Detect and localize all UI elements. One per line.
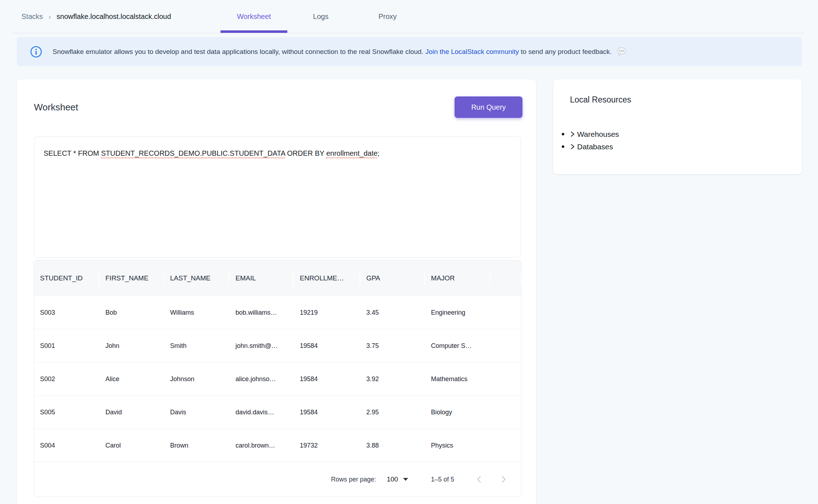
cell-last-name[interactable]: Davis — [164, 409, 229, 416]
cell-gpa[interactable]: 2.95 — [360, 409, 425, 416]
list-bullet — [562, 145, 564, 148]
cell-enrollment-date[interactable]: 19584 — [294, 342, 360, 350]
sql-text: ; — [377, 149, 380, 157]
sql-text: SELECT * FROM — [44, 149, 101, 157]
table-row: S005 David Davis david.davis… 19584 2.95… — [34, 396, 521, 429]
chevron-right-icon — [569, 131, 575, 138]
rows-per-page-select[interactable]: 100 — [387, 475, 408, 483]
info-banner: Snowflake emulator allows you to develop… — [17, 37, 802, 66]
tree-item-databases[interactable]: Databases — [562, 140, 619, 153]
chevron-left-icon — [475, 475, 484, 484]
rows-per-page-value: 100 — [387, 475, 398, 483]
cell-major[interactable]: Biology — [425, 409, 491, 416]
cell-first-name[interactable]: Alice — [99, 375, 164, 383]
breadcrumb-stack-name: snowflake.localhost.localstack.cloud — [56, 13, 171, 21]
top-navigation-bar: Stacks › snowflake.localhost.localstack.… — [0, 0, 818, 33]
previous-page-button[interactable] — [472, 472, 486, 486]
table-row: S003 Bob Williams bob.williams… 19219 3.… — [34, 296, 521, 329]
chevron-right-icon — [569, 143, 575, 150]
cell-major[interactable]: Engineering — [425, 309, 491, 316]
cell-major[interactable]: Mathematics — [425, 375, 491, 383]
cell-first-name[interactable]: Bob — [99, 309, 164, 316]
run-query-button[interactable]: Run Query — [455, 96, 522, 118]
cell-student-id[interactable]: S005 — [34, 409, 99, 416]
tab-proxy[interactable]: Proxy — [354, 0, 421, 33]
info-icon — [30, 46, 42, 58]
cell-email[interactable]: john.smith@… — [229, 342, 294, 350]
banner-text-before: Snowflake emulator allows you to develop… — [53, 48, 425, 56]
cell-gpa[interactable]: 3.88 — [360, 442, 425, 449]
resource-tree: Warehouses Databases — [562, 128, 619, 153]
tree-item-label: Databases — [577, 143, 613, 151]
banner-text-after: to send any product feedback. — [519, 48, 614, 56]
sql-text-table-name: STUDENT_RECORDS_DEMO.PUBLIC.STUDENT_DATA — [101, 149, 285, 157]
table-row: S001 John Smith john.smith@… 19584 3.75 … — [34, 329, 521, 363]
tree-item-label: Warehouses — [577, 130, 619, 139]
dropdown-caret-icon — [403, 478, 408, 481]
cell-enrollment-date[interactable]: 19584 — [294, 409, 360, 416]
cell-last-name[interactable]: Williams — [164, 309, 229, 316]
cell-major[interactable]: Computer S… — [425, 342, 491, 350]
cell-gpa[interactable]: 3.92 — [360, 375, 425, 383]
table-row: S002 Alice Johnson alice.johnso… 19584 3… — [34, 363, 521, 396]
cell-student-id[interactable]: S004 — [34, 442, 99, 449]
sql-text-order-column: enrollment_date — [326, 149, 377, 157]
breadcrumb-separator-icon: › — [49, 13, 51, 21]
cell-last-name[interactable]: Johnson — [164, 375, 229, 383]
list-bullet — [562, 133, 564, 135]
speech-balloon-icon[interactable] — [617, 47, 626, 56]
cell-enrollment-date[interactable]: 19584 — [294, 375, 360, 383]
cell-gpa[interactable]: 3.75 — [360, 342, 425, 350]
cell-gpa[interactable]: 3.45 — [360, 309, 425, 316]
cell-last-name[interactable]: Smith — [164, 342, 229, 350]
breadcrumb: Stacks › snowflake.localhost.localstack.… — [21, 0, 171, 33]
column-header-gpa[interactable]: GPA — [360, 260, 425, 296]
cell-first-name[interactable]: John — [99, 342, 164, 350]
column-header-enrollment-date[interactable]: ENROLLME… — [294, 260, 360, 296]
cell-enrollment-date[interactable]: 19732 — [294, 442, 360, 449]
local-resources-panel: Local Resources Warehouses Databases — [553, 79, 802, 174]
results-table-header: STUDENT_ID FIRST_NAME LAST_NAME EMAIL EN… — [34, 260, 521, 296]
cell-student-id[interactable]: S002 — [34, 375, 99, 383]
cell-enrollment-date[interactable]: 19219 — [294, 309, 360, 316]
column-header-first-name[interactable]: FIRST_NAME — [99, 260, 164, 296]
tab-logs[interactable]: Logs — [287, 0, 354, 33]
cell-student-id[interactable]: S003 — [34, 309, 99, 316]
next-page-button[interactable] — [496, 472, 511, 486]
tab-worksheet[interactable]: Worksheet — [220, 0, 287, 33]
chevron-right-icon — [499, 475, 508, 484]
cell-email[interactable]: bob.williams… — [229, 309, 294, 316]
local-resources-title: Local Resources — [570, 95, 631, 105]
pagination-range-label: 1–5 of 5 — [431, 476, 454, 483]
column-header-empty — [491, 260, 521, 296]
column-header-last-name[interactable]: LAST_NAME — [164, 260, 229, 296]
table-row: S004 Carol Brown carol.brown… 19732 3.88… — [34, 429, 521, 462]
tab-bar: Worksheet Logs Proxy — [220, 0, 421, 33]
column-header-student-id[interactable]: STUDENT_ID — [34, 260, 99, 296]
column-header-email[interactable]: EMAIL — [229, 260, 294, 296]
worksheet-panel: Worksheet Run Query SELECT * FROM STUDEN… — [17, 79, 536, 504]
tree-item-warehouses[interactable]: Warehouses — [562, 128, 619, 140]
cell-first-name[interactable]: Carol — [99, 442, 164, 449]
column-header-major[interactable]: MAJOR — [425, 260, 491, 296]
rows-per-page-label: Rows per page: — [331, 476, 376, 483]
cell-student-id[interactable]: S001 — [34, 342, 99, 350]
banner-community-link[interactable]: Join the LocalStack community — [425, 48, 519, 56]
cell-first-name[interactable]: David — [99, 409, 164, 416]
worksheet-title: Worksheet — [34, 102, 78, 113]
cell-email[interactable]: alice.johnso… — [229, 375, 294, 383]
results-table: STUDENT_ID FIRST_NAME LAST_NAME EMAIL EN… — [34, 260, 521, 497]
sql-editor[interactable]: SELECT * FROM STUDENT_RECORDS_DEMO.PUBLI… — [34, 136, 521, 258]
cell-email[interactable]: carol.brown… — [229, 442, 294, 449]
breadcrumb-stacks-link[interactable]: Stacks — [21, 13, 43, 21]
cell-email[interactable]: david.davis… — [229, 409, 294, 416]
cell-last-name[interactable]: Brown — [164, 442, 229, 449]
cell-major[interactable]: Physics — [425, 442, 491, 449]
sql-text: ORDER BY — [285, 149, 326, 157]
table-pagination: Rows per page: 100 1–5 of 5 — [34, 462, 521, 496]
